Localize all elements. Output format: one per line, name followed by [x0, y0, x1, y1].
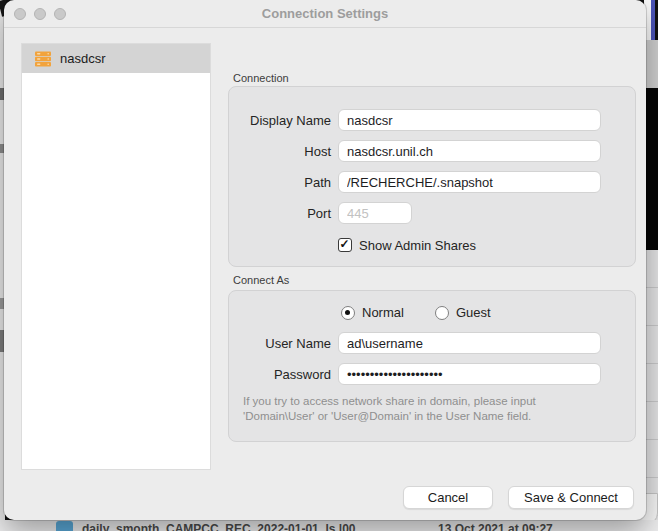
connect-as-section-label: Connect As [233, 274, 289, 286]
domain-help-line2: 'Domain\User' or 'User@Domain' in the Us… [243, 409, 625, 424]
display-name-label: Display Name [235, 113, 331, 128]
host-label: Host [235, 144, 331, 159]
display-name-field[interactable] [338, 109, 601, 131]
background-blue-accent [651, 0, 655, 40]
connection-section-label: Connection [233, 72, 289, 84]
connect-as-groupbox: Normal Guest User Name Password If you t… [228, 290, 636, 442]
path-row: Path [229, 171, 635, 193]
titlebar: Connection Settings [4, 0, 646, 28]
background-list-rows [644, 250, 658, 520]
file-name: daily_smonth_CAMPCC_REC_2022-01-01_ls,|0… [82, 522, 355, 531]
port-field[interactable] [338, 202, 412, 224]
server-icon [35, 51, 51, 67]
port-label: Port [235, 206, 331, 221]
sidebar-item-nasdcsr[interactable]: nasdcsr [22, 44, 210, 73]
show-admin-shares-row: Show Admin Shares [338, 237, 476, 253]
connection-groupbox: Display Name Host Path Port Show Admin S… [228, 86, 636, 267]
background-file-row[interactable]: daily_smonth_CAMPCC_REC_2022-01-01_ls,|0… [0, 520, 658, 531]
host-field[interactable] [338, 140, 601, 162]
connection-list: nasdcsr [21, 43, 211, 470]
domain-help-text: If you try to access network share in do… [243, 394, 625, 424]
user-name-field[interactable] [338, 332, 601, 354]
host-row: Host [229, 140, 635, 162]
user-name-label: User Name [235, 336, 331, 351]
save-and-connect-button[interactable]: Save & Connect [508, 486, 634, 509]
domain-help-line1: If you try to access network share in do… [243, 394, 625, 409]
path-label: Path [235, 175, 331, 190]
show-admin-shares-checkbox[interactable] [338, 238, 352, 252]
cancel-button[interactable]: Cancel [403, 486, 493, 509]
background-window-edge [644, 40, 658, 88]
window-title: Connection Settings [4, 6, 646, 21]
sidebar-item-label: nasdcsr [60, 51, 106, 66]
file-icon [56, 521, 73, 531]
guest-radio-label: Guest [456, 305, 491, 320]
show-admin-shares-label: Show Admin Shares [359, 238, 476, 253]
normal-radio-label: Normal [362, 305, 404, 320]
port-row: Port [229, 202, 635, 224]
display-name-row: Display Name [229, 109, 635, 131]
radio-option-normal[interactable]: Normal [341, 305, 404, 320]
password-row: Password [229, 363, 635, 385]
guest-radio[interactable] [435, 306, 449, 320]
user-name-row: User Name [229, 332, 635, 354]
normal-radio[interactable] [341, 306, 355, 320]
path-field[interactable] [338, 171, 601, 193]
connection-settings-dialog: Connection Settings nasdcsr Connection D… [4, 0, 646, 520]
file-date: 13 Oct 2021 at 09:27 [438, 522, 553, 531]
password-label: Password [235, 367, 331, 382]
connect-mode-radios: Normal Guest [229, 305, 635, 321]
password-field[interactable] [338, 363, 601, 385]
radio-option-guest[interactable]: Guest [435, 305, 491, 320]
background-dark-area [644, 88, 658, 250]
